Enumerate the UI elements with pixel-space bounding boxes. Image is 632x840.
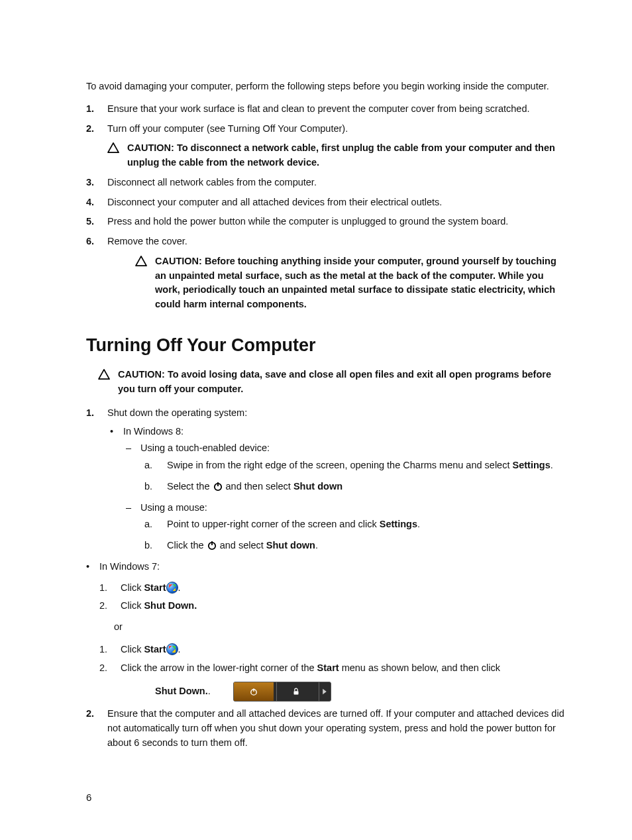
os-list: In Windows 8: Using a touch-enabled devi… [107,425,566,702]
shut-down-label: Shut down [266,540,315,551]
step-2-text: Turn off your computer (see Turning Off … [107,123,348,134]
step-3: Disconnect all network cables from the c… [86,176,566,190]
settings-label: Settings [513,460,551,470]
power-segment [234,682,274,701]
shutdown-bar-graphic [233,682,331,702]
mouse-step-b: Click the and select Shut down. [144,539,566,553]
touch-method: Using a touch-enabled device: Swipe in f… [123,441,566,494]
mouse-method-label: Using a mouse: [140,502,207,513]
windows-8-item: In Windows 8: Using a touch-enabled devi… [107,425,566,553]
shutdown-step-1: Shut down the operating system: In Windo… [86,406,566,702]
caution-triangle-icon [135,254,148,312]
lock-segment [276,682,316,701]
svg-rect-6 [294,691,299,694]
step-4: Disconnect your computer and all attache… [86,195,566,210]
caution-network-text: CAUTION: To disconnect a network cable, … [127,141,566,170]
win7-steps-a: Click Start. Click Shut Down. [99,581,566,614]
caution-triangle-icon [107,141,121,170]
touch-step-b: Select the and then select Shut down [144,480,566,494]
shut-down-label: Shut down [293,481,342,492]
start-orb-icon [166,582,178,594]
step-5: Press and hold the power button while th… [86,215,566,229]
touch-steps: Swipe in from the right edge of the scre… [144,458,566,494]
shutdown-step-1-text: Shut down the operating system: [107,407,247,418]
start-menu-label: Start [317,662,339,673]
settings-label: Settings [380,519,417,529]
windows-8-label: In Windows 8: [123,426,184,437]
mouse-method: Using a mouse: Point to upper-right corn… [123,501,566,553]
win7b-step-2: Click the arrow in the lower-right corne… [99,661,566,702]
intro-paragraph: To avoid damaging your computer, perform… [86,79,566,94]
shut-down-final-label: Shut Down. [155,686,208,696]
shutdown-step-2: Ensure that the computer and all attache… [86,707,566,750]
win7b-step-1: Click Start. [99,643,566,657]
shut-down-label: Shut Down. [144,600,197,611]
caution-network: CAUTION: To disconnect a network cable, … [107,141,566,170]
touch-method-label: Using a touch-enabled device: [140,443,270,453]
arrow-segment [319,682,331,701]
section-heading: Turning Off Your Computer [86,332,566,359]
windows-7-label: In Windows 7: [99,561,160,572]
step-2: Turn off your computer (see Turning Off … [86,122,566,170]
prep-steps-list: Ensure that your work surface is flat an… [86,102,566,312]
mouse-step-a: Point to upper-right corner of the scree… [144,517,566,532]
win7a-step-2: Click Shut Down. [99,599,566,613]
step-6: Remove the cover. CAUTION: Before touchi… [86,235,566,312]
touch-step-a: Swipe in from the right edge of the scre… [144,458,566,473]
shutdown-steps-list: Shut down the operating system: In Windo… [86,406,566,751]
caution-data-loss-text: CAUTION: To avoid losing data, save and … [118,368,566,397]
or-separator: or [101,620,566,635]
caution-data-loss: CAUTION: To avoid losing data, save and … [98,368,566,397]
power-icon [207,540,217,551]
start-orb-icon [166,643,178,655]
page-number: 6 [86,790,566,806]
win7a-step-1: Click Start. [99,581,566,596]
caution-triangle-icon [98,368,111,397]
caution-ground: CAUTION: Before touching anything inside… [111,254,566,312]
win7-steps-b: Click Start. Click the arrow in the lowe… [99,643,566,702]
start-label: Start [144,644,166,655]
step-6-text: Remove the cover. [107,236,187,246]
win8-methods: Using a touch-enabled device: Swipe in f… [123,441,566,553]
windows-7-item: In Windows 7: Click Start. Click Shut Do… [83,560,566,702]
mouse-steps: Point to upper-right corner of the scree… [144,517,566,553]
start-label: Start [144,582,166,593]
caution-ground-text: CAUTION: Before touching anything inside… [155,254,566,312]
power-icon [213,481,223,492]
step-1: Ensure that your work surface is flat an… [86,102,566,117]
